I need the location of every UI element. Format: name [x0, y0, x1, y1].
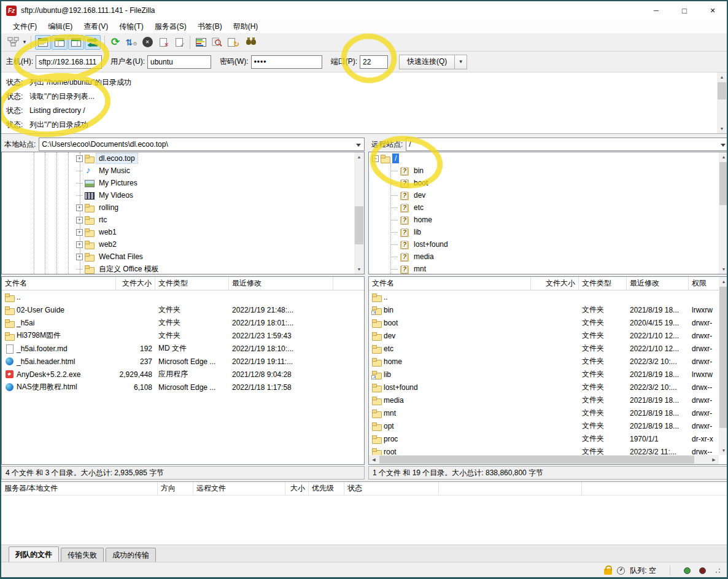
- scroll-down-icon[interactable]: ▼: [717, 124, 727, 133]
- column-header-size[interactable]: 文件大小: [116, 277, 155, 290]
- table-row[interactable]: Hi3798M固件文件夹2022/1/23 1:59:43: [2, 329, 364, 342]
- directory-comparison-button[interactable]: [193, 35, 209, 50]
- disconnect-button[interactable]: ✕: [155, 35, 171, 50]
- scrollbar-thumb[interactable]: [379, 456, 694, 464]
- menu-help[interactable]: 帮助(H): [228, 20, 264, 33]
- filter-button[interactable]: [209, 35, 225, 50]
- remote-path-combo[interactable]: /: [406, 138, 728, 151]
- tree-item[interactable]: +web1: [2, 226, 364, 238]
- column-header-type[interactable]: 文件类型: [155, 277, 229, 290]
- tree-item[interactable]: lib: [369, 226, 728, 238]
- toggle-queue-button[interactable]: [85, 35, 101, 50]
- scroll-left-icon[interactable]: ◀: [369, 455, 379, 464]
- table-row[interactable]: opt文件夹2021/8/19 18...drwxr-: [369, 419, 728, 432]
- remote-tree-scrollbar[interactable]: ▲ ▼: [719, 152, 728, 274]
- column-header-permissions[interactable]: 权限: [689, 277, 721, 290]
- tree-item[interactable]: media: [369, 251, 728, 263]
- table-row[interactable]: boot文件夹2020/4/15 19...drwxr-: [369, 316, 728, 329]
- tree-item[interactable]: My Pictures: [2, 177, 364, 189]
- menu-transfer[interactable]: 传输(T): [114, 20, 149, 33]
- tree-item[interactable]: dev: [369, 189, 728, 201]
- expander-minus-icon[interactable]: −: [372, 155, 379, 162]
- minimize-button[interactable]: [642, 1, 670, 20]
- remote-list-hscrollbar[interactable]: ◀ ▶: [369, 455, 719, 464]
- tree-item[interactable]: home: [369, 214, 728, 226]
- column-header-modified[interactable]: 最近修改: [627, 277, 689, 290]
- synchronized-browsing-button[interactable]: [225, 35, 241, 50]
- column-header-size[interactable]: 文件大小: [531, 277, 579, 290]
- expander-plus-icon[interactable]: +: [76, 254, 83, 260]
- column-header-modified[interactable]: 最近修改: [229, 277, 333, 290]
- menu-file[interactable]: 文件(F): [7, 20, 42, 33]
- tree-item-root[interactable]: −/: [369, 152, 728, 165]
- table-row[interactable]: _h5ai.footer.md192MD 文件2022/1/19 18:10:.…: [2, 342, 364, 355]
- resize-grip[interactable]: [714, 567, 721, 573]
- local-tree-scrollbar[interactable]: ▲ ▼: [354, 152, 364, 274]
- table-row[interactable]: home文件夹2022/3/2 10:...drwxr-: [369, 355, 728, 368]
- column-header-direction[interactable]: 方向: [158, 482, 193, 495]
- lock-icon[interactable]: [604, 569, 612, 575]
- speed-limit-icon[interactable]: [617, 567, 625, 575]
- port-input[interactable]: [360, 55, 388, 69]
- table-row[interactable]: ↗lib文件夹2021/8/19 18...lrwxrw: [369, 368, 728, 381]
- scroll-down-icon[interactable]: ▼: [719, 446, 728, 455]
- table-row[interactable]: 02-User Guide文件夹2022/1/19 21:48:...: [2, 303, 364, 316]
- toggle-remote-tree-button[interactable]: [68, 35, 84, 50]
- column-header-status[interactable]: 状态: [344, 482, 439, 495]
- column-header-priority[interactable]: 优先级: [309, 482, 344, 495]
- process-queue-button[interactable]: ⇅⚙: [123, 35, 139, 50]
- site-manager-button[interactable]: [5, 35, 21, 50]
- tree-item[interactable]: +rtc: [2, 214, 364, 226]
- tab-successful-transfers[interactable]: 成功的传输: [106, 548, 156, 562]
- table-row[interactable]: _h5ai文件夹2022/1/19 18:01:...: [2, 316, 364, 329]
- quickconnect-button[interactable]: 快速连接(Q): [399, 55, 455, 69]
- expander-plus-icon[interactable]: +: [76, 241, 83, 248]
- expander-plus-icon[interactable]: +: [76, 204, 83, 211]
- tree-item[interactable]: My Music: [2, 165, 364, 177]
- scroll-up-icon[interactable]: ▲: [719, 152, 728, 161]
- scrollbar-thumb[interactable]: [719, 287, 728, 428]
- quickconnect-dropdown[interactable]: ▼: [455, 55, 467, 69]
- column-header-name[interactable]: 文件名ˆ: [369, 277, 531, 290]
- tree-item[interactable]: +web2: [2, 238, 364, 251]
- table-row[interactable]: ↗bin文件夹2021/8/19 18...lrwxrw: [369, 303, 728, 316]
- column-header-remote-file[interactable]: 远程文件: [193, 482, 285, 495]
- expander-plus-icon[interactable]: +: [76, 217, 83, 223]
- table-row[interactable]: ..: [369, 290, 728, 303]
- site-manager-dropdown[interactable]: ▼: [21, 35, 28, 50]
- host-input[interactable]: [36, 55, 102, 69]
- column-header-name[interactable]: 文件名ˆ: [2, 277, 116, 290]
- tab-queued-files[interactable]: 列队的文件: [9, 546, 59, 562]
- table-row[interactable]: mnt文件夹2021/8/19 18...drwxr-: [369, 406, 728, 419]
- table-row[interactable]: lost+found文件夹2022/3/2 10:...drwx--: [369, 381, 728, 394]
- table-row[interactable]: etc文件夹2022/1/10 12...drwxr-: [369, 342, 728, 355]
- local-path-combo[interactable]: C:\Users\ecoo\Documents\dl.ecoo.top\: [39, 138, 365, 151]
- table-row[interactable]: media文件夹2021/8/19 18...drwxr-: [369, 394, 728, 406]
- tree-item[interactable]: boot: [369, 177, 728, 189]
- scroll-down-icon[interactable]: ▼: [719, 265, 728, 274]
- column-header-type[interactable]: 文件类型: [579, 277, 627, 290]
- scrollbar-thumb[interactable]: [719, 162, 728, 205]
- find-files-button[interactable]: [241, 35, 257, 50]
- table-row[interactable]: dev文件夹2022/1/10 12...drwxr-: [369, 329, 728, 342]
- table-row[interactable]: AnyDesk+5.2.2.exe2,929,448应用程序2021/12/8 …: [2, 368, 364, 381]
- cancel-button[interactable]: ✕: [139, 35, 155, 50]
- menu-view[interactable]: 查看(V): [78, 20, 114, 33]
- tree-item[interactable]: 自定义 Office 模板: [2, 263, 364, 274]
- scroll-right-icon[interactable]: ▶: [709, 455, 719, 464]
- tree-item[interactable]: mnt: [369, 263, 728, 274]
- table-row[interactable]: proc文件夹1970/1/1dr-xr-x: [369, 432, 728, 445]
- log-scrollbar[interactable]: ▲ ▼: [717, 72, 727, 133]
- password-input[interactable]: [251, 55, 322, 69]
- remote-list-vscrollbar[interactable]: ▲ ▼: [719, 277, 728, 455]
- expander-plus-icon[interactable]: +: [76, 229, 83, 236]
- scroll-up-icon[interactable]: ▲: [717, 72, 727, 82]
- table-row[interactable]: NAS使用教程.html6,108Microsoft Edge ...2022/…: [2, 381, 364, 394]
- maximize-button[interactable]: [670, 1, 699, 20]
- table-row[interactable]: ..: [2, 290, 364, 303]
- scrollbar-thumb[interactable]: [718, 82, 726, 99]
- column-header-size[interactable]: 大小: [285, 482, 309, 495]
- tab-failed-transfers[interactable]: 传输失败: [61, 548, 104, 562]
- tree-item[interactable]: +dl.ecoo.top: [2, 152, 364, 165]
- column-header-server-local-file[interactable]: 服务器/本地文件: [1, 482, 158, 495]
